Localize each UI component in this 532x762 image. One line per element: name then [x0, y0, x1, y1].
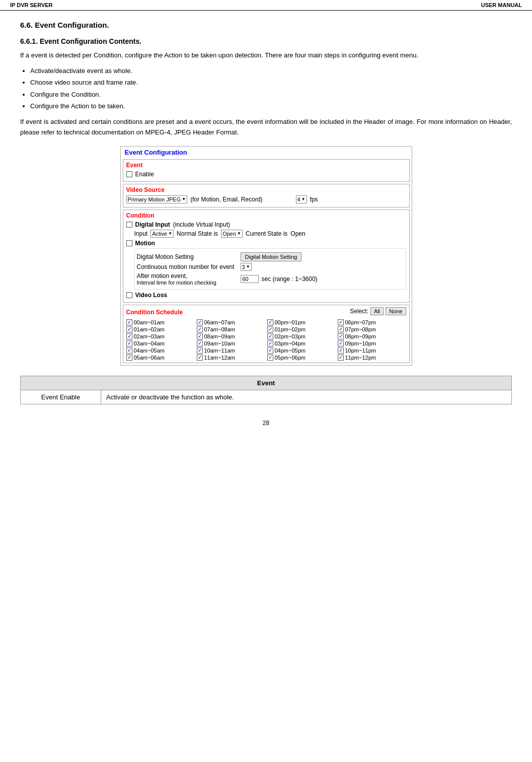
schedule-checkbox-15[interactable]: ✓	[338, 340, 344, 347]
schedule-label-9: 08am~09am	[204, 333, 235, 339]
schedule-item-15: ✓09pm~10pm	[338, 340, 406, 347]
page-number: 28	[263, 420, 269, 427]
input-value: Active	[152, 231, 167, 237]
schedule-item-7: ✓07pm~08pm	[338, 326, 406, 332]
schedule-checkbox-9[interactable]: ✓	[197, 333, 203, 339]
digital-input-label: Digital Input	[135, 221, 170, 228]
schedule-checkbox-22[interactable]: ✓	[267, 355, 273, 361]
schedule-checkbox-2[interactable]: ✓	[267, 319, 273, 325]
schedule-checkbox-5[interactable]: ✓	[197, 326, 203, 332]
none-button[interactable]: None	[386, 307, 406, 315]
video-loss-checkbox[interactable]	[126, 292, 132, 298]
cont-arrow-icon: ▼	[246, 264, 250, 269]
motion-settings: Digital Motion Setting Digital Motion Se…	[134, 248, 406, 290]
schedule-label-0: 00am~01am	[134, 319, 165, 325]
digital-input-note: (include Virtual Input)	[173, 221, 230, 228]
page-header: IP DVR SERVER USER MANUAL	[0, 0, 532, 11]
digital-motion-row: Digital Motion Setting Digital Motion Se…	[137, 252, 404, 261]
after-motion-label: After motion event,	[137, 272, 238, 280]
schedule-label-10: 02pm~03pm	[275, 333, 306, 339]
schedule-item-2: ✓00pm~01pm	[267, 319, 336, 325]
video-loss-label: Video Loss	[135, 292, 168, 299]
schedule-item-16: ✓04am~05am	[126, 348, 195, 354]
interval-time-row: After motion event, Interval time for mo…	[137, 272, 404, 286]
bullet-3: Configure the Condition.	[30, 89, 512, 100]
condition-schedule-section: Condition Schedule Select: All None ✓00a…	[123, 305, 410, 363]
schedule-checkbox-6[interactable]: ✓	[267, 326, 273, 332]
page-content: 6.6. Event Configuration. 6.6.1. Event C…	[0, 11, 532, 442]
schedule-checkbox-20[interactable]: ✓	[126, 355, 132, 361]
schedule-checkbox-12[interactable]: ✓	[126, 340, 132, 347]
schedule-label-3: 06pm~07pm	[345, 319, 376, 325]
schedule-label-7: 07pm~08pm	[345, 326, 376, 332]
digital-input-checkbox[interactable]	[126, 222, 132, 228]
schedule-checkbox-13[interactable]: ✓	[197, 340, 203, 347]
schedule-checkbox-1[interactable]: ✓	[197, 319, 203, 325]
schedule-item-18: ✓04pm~05pm	[267, 348, 336, 354]
event-enable-checkbox[interactable]	[126, 171, 132, 177]
schedule-label-20: 05am~06am	[134, 355, 165, 361]
continuous-motion-select[interactable]: 3 ▼	[241, 263, 252, 271]
schedule-checkbox-10[interactable]: ✓	[267, 333, 273, 339]
video-loss-row: Video Loss	[126, 292, 406, 299]
video-source-select[interactable]: Primary Motion JPEG ▼	[126, 195, 188, 203]
schedule-item-4: ✓01am~02am	[126, 326, 195, 332]
schedule-label-21: 11am~12am	[204, 355, 235, 361]
schedule-item-14: ✓03pm~04pm	[267, 340, 336, 347]
all-button[interactable]: All	[370, 307, 384, 315]
current-state-label: Current State is	[246, 230, 287, 237]
bullet-1: Activate/deactivate event as whole.	[30, 65, 512, 77]
interval-labels: After motion event, Interval time for mo…	[137, 272, 238, 286]
schedule-checkbox-4[interactable]: ✓	[126, 326, 132, 332]
schedule-item-1: ✓06am~07am	[197, 319, 265, 325]
schedule-label-17: 10am~11am	[204, 348, 235, 354]
schedule-item-13: ✓09am~10am	[197, 340, 265, 347]
schedule-label-18: 04pm~05pm	[275, 348, 306, 354]
header-left: IP DVR SERVER	[10, 2, 53, 8]
event-section: Event Enable	[123, 159, 410, 182]
schedule-checkbox-7[interactable]: ✓	[338, 326, 344, 332]
schedule-checkbox-17[interactable]: ✓	[197, 348, 203, 354]
schedule-checkbox-18[interactable]: ✓	[267, 348, 273, 354]
schedule-checkbox-23[interactable]: ✓	[338, 355, 344, 361]
condition-schedule-header: Condition Schedule	[126, 309, 183, 316]
schedule-checkbox-8[interactable]: ✓	[126, 333, 132, 339]
condition-section: Condition Digital Input (include Virtual…	[123, 210, 410, 303]
schedule-checkbox-14[interactable]: ✓	[267, 340, 273, 347]
condition-schedule-grid: ✓00am~01am✓06am~07am✓00pm~01pm✓06pm~07pm…	[126, 319, 406, 361]
schedule-checkbox-16[interactable]: ✓	[126, 348, 132, 354]
schedule-label-23: 11pm~12pm	[345, 355, 376, 361]
schedule-checkbox-11[interactable]: ✓	[338, 333, 344, 339]
video-source-value: Primary Motion JPEG	[128, 196, 181, 202]
normal-state-arrow-icon: ▼	[237, 231, 241, 236]
config-box-title: Event Configuration	[121, 147, 412, 157]
digital-motion-setting-button[interactable]: Digital Motion Setting	[241, 252, 302, 261]
schedule-item-8: ✓02am~03am	[126, 333, 195, 339]
fps-select[interactable]: 4 ▼	[296, 195, 307, 203]
schedule-checkbox-19[interactable]: ✓	[338, 348, 344, 354]
interval-time-input[interactable]	[241, 275, 259, 283]
schedule-item-22: ✓05pm~06pm	[267, 355, 336, 361]
bullet-4: Configure the Action to be taken.	[30, 100, 512, 112]
interval-time-label: Interval time for motion checking	[137, 280, 238, 286]
schedule-checkbox-3[interactable]: ✓	[338, 319, 344, 325]
schedule-label-6: 01pm~02pm	[275, 326, 306, 332]
input-value-select[interactable]: Active ▼	[150, 230, 174, 238]
schedule-item-21: ✓11am~12am	[197, 355, 265, 361]
normal-state-label: Normal State is	[177, 230, 218, 237]
para1: If a event is detected per Condition, co…	[20, 50, 512, 61]
interval-time-note: sec (range : 1~3600)	[262, 275, 318, 283]
bullet-2: Choose video source and frame rate.	[30, 77, 512, 88]
normal-state-select[interactable]: Open ▼	[221, 230, 243, 238]
schedule-item-5: ✓07am~08am	[197, 326, 265, 332]
bullet-list: Activate/deactivate event as whole. Choo…	[30, 65, 512, 112]
digital-motion-label: Digital Motion Setting	[137, 253, 238, 260]
schedule-item-20: ✓05am~06am	[126, 355, 195, 361]
motion-row: Motion	[126, 240, 406, 247]
schedule-label-15: 09pm~10pm	[345, 340, 376, 347]
select-all-row: Select: All None	[350, 307, 406, 315]
motion-checkbox[interactable]	[126, 240, 132, 246]
schedule-checkbox-0[interactable]: ✓	[126, 319, 132, 325]
event-enable-row: Enable	[126, 171, 406, 178]
schedule-checkbox-21[interactable]: ✓	[197, 355, 203, 361]
